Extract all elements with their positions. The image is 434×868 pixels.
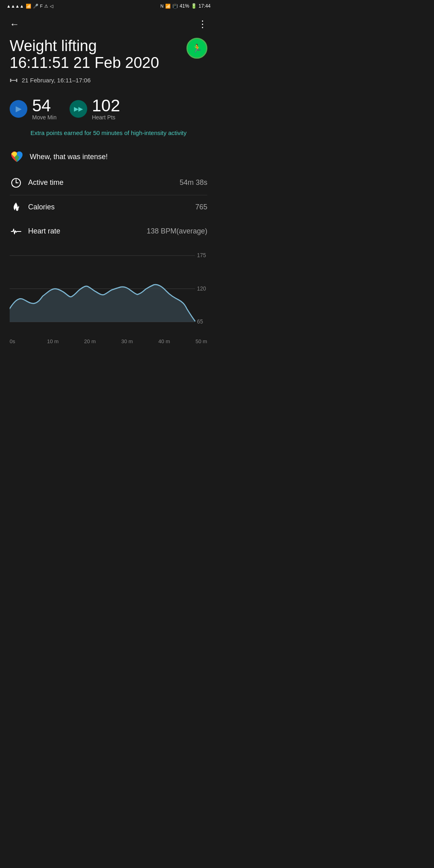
f-icon: F: [40, 4, 43, 8]
stats-row: ▶ 54 Move Min ▶▶ 102 Heart Pts: [0, 91, 217, 127]
bluetooth-icon: 📶: [165, 4, 171, 9]
move-min-icon: ▶: [10, 100, 27, 118]
svg-text:175: 175: [197, 252, 206, 259]
heart-rate-chart: 175 120 65 0s 10 m 20 m 30 m 40 m 50 m: [0, 244, 217, 351]
google-fit-heart-icon: [10, 150, 24, 164]
alert-icon: ⚠: [44, 4, 48, 9]
nfc-right-icon: N: [160, 4, 164, 8]
x-label-4: 40 m: [158, 338, 170, 344]
x-axis-labels: 0s 10 m 20 m 30 m 40 m 50 m: [10, 337, 207, 351]
clock: 17:44: [199, 3, 211, 9]
heart-pts-label: Heart Pts: [92, 114, 120, 121]
x-label-2: 20 m: [84, 338, 96, 344]
active-time-icon: [10, 176, 23, 189]
workout-date-range: 21 February, 16:11–17:06: [10, 76, 207, 84]
battery-icon: 🔋: [191, 3, 197, 9]
heart-pts-value: 102: [92, 97, 120, 114]
vibrate-icon: 📳: [172, 4, 178, 9]
x-label-1: 10 m: [47, 338, 59, 344]
calories-icon: [10, 201, 23, 214]
wifi-icon: 📶: [26, 4, 31, 9]
chart-svg: 175 120 65: [10, 247, 207, 335]
workout-datetime: 16:11:51 21 Feb 2020: [10, 55, 207, 72]
mic-icon: 🎤: [33, 4, 39, 9]
extra-points-text: Extra points earned for 50 minutes of hi…: [0, 127, 217, 143]
achievement-text: Whew, that was intense!: [30, 153, 108, 161]
x-label-3: 30 m: [121, 338, 133, 344]
move-min-label: Move Min: [32, 114, 57, 121]
workout-header: Weight lifting 16:11:51 21 Feb 2020 🏃 21…: [0, 35, 217, 91]
heart-rate-label: Heart rate: [28, 227, 60, 235]
heart-rate-icon: [10, 225, 23, 238]
more-options-button[interactable]: ⋮: [194, 15, 211, 33]
nfc-icon: ◁: [50, 4, 53, 9]
signal-icon: ▲▲▲▲: [6, 4, 24, 8]
svg-text:65: 65: [197, 318, 203, 325]
header-nav: ← ⋮: [0, 12, 217, 35]
x-label-5: 50 m: [195, 338, 207, 344]
move-min-stat: ▶ 54 Move Min: [10, 97, 57, 121]
heart-rate-value: 138 BPM(average): [147, 227, 207, 235]
svg-rect-2: [16, 79, 17, 82]
status-right: N 📶 📳 41% 🔋 17:44: [160, 3, 211, 9]
back-button[interactable]: ←: [6, 15, 23, 33]
date-range-text: 21 February, 16:11–17:06: [22, 77, 91, 84]
calories-value: 765: [195, 203, 207, 211]
calories-label: Calories: [28, 203, 55, 211]
battery-percent: 41%: [180, 3, 189, 9]
calories-row: Calories 765: [0, 195, 217, 219]
barbell-icon: [10, 76, 18, 84]
active-time-label: Active time: [28, 178, 63, 187]
achievement-row: Whew, that was intense!: [0, 143, 217, 171]
status-left: ▲▲▲▲ 📶 🎤 F ⚠ ◁: [6, 4, 53, 9]
workout-badge: 🏃: [186, 38, 207, 59]
heart-pts-stat: ▶▶ 102 Heart Pts: [70, 97, 120, 121]
status-bar: ▲▲▲▲ 📶 🎤 F ⚠ ◁ N 📶 📳 41% 🔋 17:44: [0, 0, 217, 12]
x-label-0: 0s: [10, 338, 22, 344]
badge-icon: 🏃: [192, 43, 202, 53]
svg-text:120: 120: [197, 285, 206, 292]
workout-title: Weight lifting: [10, 38, 207, 55]
active-time-row: Active time 54m 38s: [0, 171, 217, 195]
heart-pts-icon: ▶▶: [70, 100, 87, 118]
move-min-value: 54: [32, 97, 57, 114]
heart-rate-row: Heart rate 138 BPM(average): [0, 219, 217, 244]
active-time-value: 54m 38s: [180, 178, 207, 187]
svg-rect-1: [10, 79, 11, 82]
